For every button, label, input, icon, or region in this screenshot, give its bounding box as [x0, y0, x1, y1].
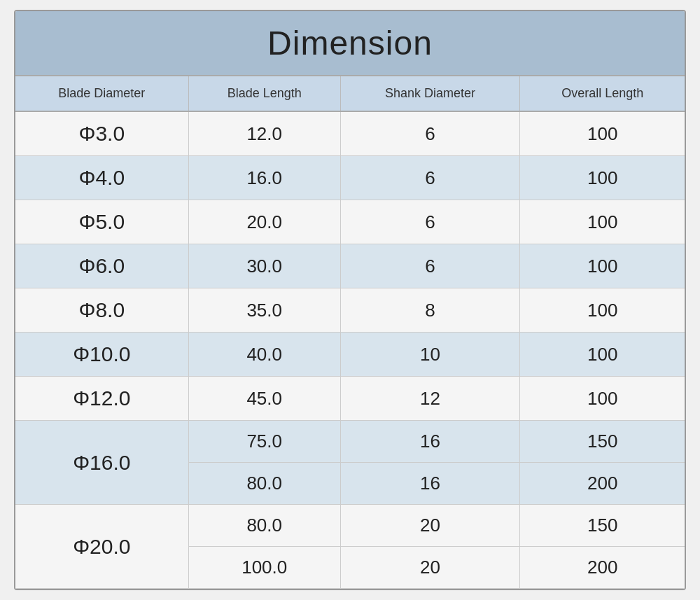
overall-length-cell: 200: [520, 463, 685, 505]
data-table: Blade Diameter Blade Length Shank Diamet…: [15, 75, 685, 589]
shank-diameter-cell: 6: [340, 156, 520, 200]
blade-length-cell: 20.0: [188, 200, 340, 244]
shank-diameter-cell: 8: [340, 288, 520, 333]
shank-diameter-cell: 6: [340, 244, 520, 288]
table-row: Φ10.040.010100: [15, 333, 685, 377]
table-row: Φ4.016.06100: [15, 156, 685, 200]
header-blade-length: Blade Length: [188, 76, 340, 111]
overall-length-cell: 100: [520, 333, 685, 377]
blade-diameter-cell: Φ6.0: [15, 244, 188, 288]
overall-length-cell: 100: [520, 244, 685, 288]
header-row: Blade Diameter Blade Length Shank Diamet…: [15, 76, 685, 111]
overall-length-cell: 100: [520, 156, 685, 200]
table-row: Φ3.012.06100: [15, 111, 685, 156]
blade-length-cell: 30.0: [188, 244, 340, 288]
overall-length-cell: 100: [520, 288, 685, 333]
blade-diameter-cell: Φ4.0: [15, 156, 188, 200]
blade-diameter-cell: Φ10.0: [15, 333, 188, 377]
blade-length-cell: 45.0: [188, 377, 340, 421]
shank-diameter-cell: 10: [340, 333, 520, 377]
blade-diameter-cell: Φ5.0: [15, 200, 188, 244]
shank-diameter-cell: 12: [340, 377, 520, 421]
blade-diameter-cell: Φ12.0: [15, 377, 188, 421]
shank-diameter-cell: 6: [340, 111, 520, 156]
blade-length-cell: 100.0: [188, 547, 340, 589]
shank-diameter-cell: 16: [340, 463, 520, 505]
header-overall-length: Overall Length: [520, 76, 685, 111]
overall-length-cell: 150: [520, 505, 685, 547]
table-row: Φ12.045.012100: [15, 377, 685, 421]
overall-length-cell: 200: [520, 547, 685, 589]
overall-length-cell: 100: [520, 200, 685, 244]
shank-diameter-cell: 20: [340, 505, 520, 547]
header-blade-diameter: Blade Diameter: [15, 76, 188, 111]
blade-length-cell: 80.0: [188, 505, 340, 547]
blade-length-cell: 75.0: [188, 421, 340, 463]
dimension-table: Dimension Blade Diameter Blade Length Sh…: [14, 10, 686, 590]
blade-diameter-cell: Φ16.0: [15, 421, 188, 505]
table-row: Φ5.020.06100: [15, 200, 685, 244]
shank-diameter-cell: 20: [340, 547, 520, 589]
table-row: Φ20.080.020150: [15, 505, 685, 547]
blade-length-cell: 35.0: [188, 288, 340, 333]
table-title: Dimension: [15, 11, 685, 75]
table-row: Φ6.030.06100: [15, 244, 685, 288]
shank-diameter-cell: 6: [340, 200, 520, 244]
blade-length-cell: 16.0: [188, 156, 340, 200]
shank-diameter-cell: 16: [340, 421, 520, 463]
blade-diameter-cell: Φ8.0: [15, 288, 188, 333]
overall-length-cell: 100: [520, 111, 685, 156]
blade-diameter-cell: Φ20.0: [15, 505, 188, 589]
overall-length-cell: 150: [520, 421, 685, 463]
blade-length-cell: 12.0: [188, 111, 340, 156]
blade-length-cell: 40.0: [188, 333, 340, 377]
table-row: Φ16.075.016150: [15, 421, 685, 463]
blade-length-cell: 80.0: [188, 463, 340, 505]
header-shank-diameter: Shank Diameter: [340, 76, 520, 111]
blade-diameter-cell: Φ3.0: [15, 111, 188, 156]
overall-length-cell: 100: [520, 377, 685, 421]
table-row: Φ8.035.08100: [15, 288, 685, 333]
